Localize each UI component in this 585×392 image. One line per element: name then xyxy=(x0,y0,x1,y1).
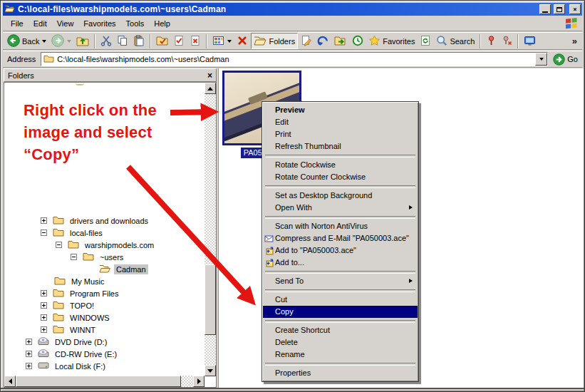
context-menu-item-rotate-clockwise[interactable]: Rotate Clockwise xyxy=(263,159,418,171)
expand-plus-icon[interactable] xyxy=(41,314,47,321)
context-menu-item-rotate-counter-clockwise[interactable]: Rotate Counter Clockwise xyxy=(263,171,418,183)
context-menu-item-preview[interactable]: Preview xyxy=(263,104,418,116)
context-menu-item-refresh-thumbnail[interactable]: Refresh Thumbnail xyxy=(263,140,418,153)
expand-plus-icon[interactable] xyxy=(41,290,47,296)
tree-item-windows[interactable]: WINDOWS xyxy=(5,311,204,324)
tree-item-cadman[interactable]: Cadman xyxy=(5,263,204,275)
context-menu-item-label: Properties xyxy=(275,368,311,377)
tree-item-local-disk-f[interactable]: Local Disk (F:) xyxy=(5,360,204,372)
annotation-line: image and select xyxy=(24,121,157,143)
close-button[interactable]: × xyxy=(569,4,581,14)
context-menu-item-add-to[interactable]: Add to... xyxy=(263,257,418,269)
move-to-button[interactable] xyxy=(332,33,349,49)
context-menu-item-send-to[interactable]: Send To xyxy=(263,275,418,287)
tree-horizontal-scrollbar[interactable] xyxy=(4,376,205,387)
desktop-button[interactable] xyxy=(522,33,538,49)
context-menu-item-create-shortcut[interactable]: Create Shortcut xyxy=(263,324,418,336)
tree-item-dvd-drive-d[interactable]: DVD Drive (D:) xyxy=(5,336,204,348)
copy-button[interactable] xyxy=(115,33,130,49)
history-button[interactable] xyxy=(350,33,366,49)
pin-button[interactable] xyxy=(484,33,499,49)
cd-icon xyxy=(38,336,49,347)
menu-tools[interactable]: Tools xyxy=(121,17,150,30)
folders-toggle-button[interactable]: Folders xyxy=(251,33,298,49)
sync-button[interactable] xyxy=(418,33,433,49)
window-bottom-border xyxy=(1,388,584,389)
context-menu-item-cut[interactable]: Cut xyxy=(263,294,418,306)
menu-edit[interactable]: Edit xyxy=(29,17,52,30)
minimize-button[interactable] xyxy=(539,4,551,14)
context-menu-item-edit[interactable]: Edit xyxy=(263,116,418,128)
context-menu-item-set-as-desktop-background[interactable]: Set as Desktop Background xyxy=(263,190,418,202)
monitor-icon xyxy=(524,35,536,48)
scroll-down-button[interactable] xyxy=(205,365,216,376)
favorites-button[interactable]: Favorites xyxy=(366,33,417,49)
go-button[interactable]: Go xyxy=(550,51,581,67)
edit-page-button[interactable] xyxy=(299,33,314,49)
tree-item-drivers-and-downloads[interactable]: drivers and downloads xyxy=(5,215,204,227)
context-menu-item-label: Send To xyxy=(275,277,304,285)
context-menu-item-print[interactable]: Print xyxy=(263,128,418,140)
tree-item-topo[interactable]: TOPO! xyxy=(5,299,204,311)
expand-plus-icon[interactable] xyxy=(41,217,47,224)
scroll-right-button[interactable] xyxy=(193,376,205,387)
unpin-button[interactable] xyxy=(499,33,514,49)
toolbar-overflow-chevron[interactable]: » xyxy=(569,36,580,46)
expand-plus-icon[interactable] xyxy=(26,339,32,345)
context-menu-item-copy[interactable]: Copy xyxy=(263,306,418,318)
open-folder-icon xyxy=(254,35,266,47)
expand-plus-icon[interactable] xyxy=(26,351,32,357)
search-button[interactable]: Search xyxy=(434,33,477,49)
file-verify-button[interactable] xyxy=(171,33,187,49)
menu-favorites[interactable]: Favorites xyxy=(78,17,120,30)
up-folder-button[interactable] xyxy=(74,33,91,49)
file-remove-button[interactable] xyxy=(187,33,203,49)
context-menu-item-open-with[interactable]: Open With xyxy=(263,202,418,214)
horizontal-scroll-thumb[interactable] xyxy=(16,376,181,387)
context-menu-item-properties[interactable]: Properties xyxy=(263,367,418,379)
maximize-button[interactable] xyxy=(554,4,565,14)
cut-button[interactable] xyxy=(98,33,114,49)
forward-button[interactable] xyxy=(49,33,73,49)
context-menu-item-scan-with-norton-antivirus[interactable]: Scan with Norton AntiVirus xyxy=(263,220,418,232)
tree-item-local-files[interactable]: local-files xyxy=(5,227,204,239)
menu-help[interactable]: Help xyxy=(149,17,175,30)
address-label: Address xyxy=(4,55,38,63)
delete-button[interactable] xyxy=(234,33,250,49)
tree-item-my-music[interactable]: My Music xyxy=(5,275,204,287)
tree-item-cd-rw-drive-e[interactable]: CD-RW Drive (E:) xyxy=(5,348,204,360)
scroll-left-button[interactable] xyxy=(4,376,16,387)
chevron-down-icon xyxy=(42,40,46,43)
tree-item-winnt[interactable]: WINNT xyxy=(5,324,204,336)
expand-plus-icon[interactable] xyxy=(41,302,47,309)
folder-verify-button[interactable] xyxy=(154,33,170,49)
favorites-label: Favorites xyxy=(383,37,415,46)
context-menu-item-delete[interactable]: Delete xyxy=(263,336,418,349)
expand-plus-icon[interactable] xyxy=(26,363,32,369)
views-button[interactable] xyxy=(210,33,234,49)
address-dropdown-button[interactable] xyxy=(535,53,547,66)
tree-item-users[interactable]: ~users xyxy=(5,251,204,263)
tree-item-warshipmodels-com[interactable]: warshipmodels.com xyxy=(5,239,204,251)
collapse-minus-icon[interactable] xyxy=(41,229,47,236)
vertical-scroll-thumb[interactable] xyxy=(205,264,216,335)
collapse-minus-icon[interactable] xyxy=(56,242,62,248)
tree-vertical-scrollbar[interactable] xyxy=(205,83,216,376)
context-menu-item-rename[interactable]: Rename xyxy=(263,349,418,361)
address-input[interactable]: C:\local-files\warshipmodels.com\~users\… xyxy=(41,52,548,66)
back-button[interactable]: Back xyxy=(5,33,48,49)
menu-view[interactable]: View xyxy=(52,17,79,30)
expand-plus-icon[interactable] xyxy=(41,326,47,333)
undo-button[interactable] xyxy=(315,33,331,49)
up-folder-icon xyxy=(76,35,89,48)
menu-file[interactable]: File xyxy=(6,17,29,30)
toolbar-separator xyxy=(206,34,207,48)
context-menu-item-compress-and-e-mail-pa050003-ace[interactable]: Compress and E-Mail "PA050003.ace" xyxy=(263,232,418,244)
context-menu-item-add-to-pa050003-ace[interactable]: Add to "PA050003.ace" xyxy=(263,244,418,257)
tree-item-program-files[interactable]: Program Files xyxy=(5,287,204,299)
folders-panel-close-icon[interactable]: × xyxy=(207,71,212,80)
scroll-up-button[interactable] xyxy=(205,83,216,94)
collapse-minus-icon[interactable] xyxy=(71,254,77,260)
paste-button[interactable] xyxy=(131,33,147,49)
folder-icon xyxy=(53,227,64,238)
